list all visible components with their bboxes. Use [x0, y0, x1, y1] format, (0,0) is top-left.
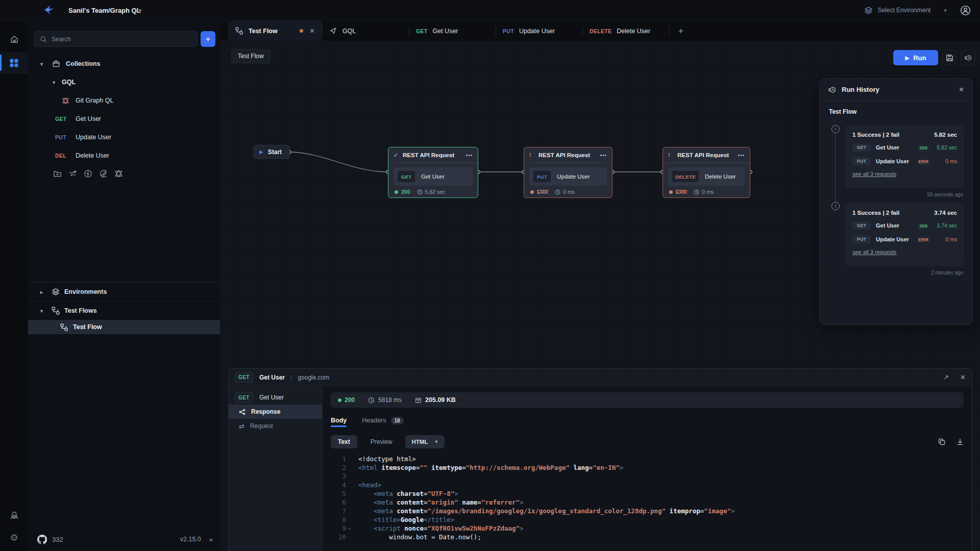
- expand-panel-icon[interactable]: ↗: [943, 373, 949, 381]
- environments-section[interactable]: ▸ Environments: [28, 283, 220, 301]
- node-menu-button[interactable]: •••: [465, 153, 473, 158]
- see-all-requests-link[interactable]: see all 3 requests: [852, 171, 896, 177]
- chevron-down-icon[interactable]: ▾: [53, 80, 58, 85]
- tab-body[interactable]: Body: [331, 417, 347, 424]
- github-link[interactable]: 332: [37, 535, 63, 544]
- copy-icon[interactable]: [938, 438, 945, 445]
- request-name: Get User: [421, 173, 445, 180]
- close-tab-icon[interactable]: ✕: [309, 27, 315, 35]
- run-history-button[interactable]: [961, 50, 975, 65]
- user-avatar[interactable]: [960, 5, 971, 16]
- close-icon[interactable]: ✕: [959, 86, 964, 93]
- play-icon: ▶: [905, 55, 910, 61]
- chevron-down-icon[interactable]: ▾: [40, 308, 45, 314]
- request-get-user[interactable]: GET Get User: [28, 110, 220, 128]
- chevron-down-icon[interactable]: ▾: [40, 61, 45, 67]
- collections-root[interactable]: ▾ Collections: [28, 55, 220, 73]
- websocket-icon[interactable]: [84, 169, 92, 178]
- search-input[interactable]: [52, 36, 192, 43]
- tab-gql[interactable]: GQL: [322, 21, 409, 41]
- tab-delete-user[interactable]: DELETE Delete User: [582, 21, 669, 41]
- response-time: 5818 ms: [378, 396, 402, 404]
- environment-caret-icon[interactable]: ▾: [944, 7, 947, 14]
- nav-response[interactable]: Response: [229, 405, 322, 419]
- status-dot: [669, 190, 673, 194]
- flow-canvas[interactable]: Test Flow ▶ Run ▶: [220, 41, 980, 551]
- play-icon: ▶: [259, 149, 263, 155]
- share-icon: [239, 409, 246, 415]
- error-exclamation-icon: !: [529, 152, 537, 158]
- duration: 0 ms: [702, 189, 714, 195]
- tab-headers[interactable]: Headers18: [362, 417, 403, 424]
- save-flow-button[interactable]: [942, 50, 957, 65]
- fold-caret-icon[interactable]: ▾: [348, 524, 351, 533]
- flow-name-chip: Test Flow: [231, 49, 271, 63]
- node-request-row[interactable]: PUT Update User: [529, 167, 607, 186]
- tab-get-user[interactable]: GET Get User: [409, 21, 496, 41]
- code-lines: 1<!doctype html>2<html itemscope="" item…: [331, 455, 964, 541]
- test-flow-item-selected[interactable]: Test Flow: [28, 320, 220, 334]
- see-all-requests-link[interactable]: see all 3 requests: [852, 249, 896, 255]
- status-code: ERR: [537, 189, 548, 195]
- select-environment[interactable]: Select Environment: [877, 7, 930, 14]
- team-members-button[interactable]: [0, 504, 28, 527]
- save-icon: [946, 54, 953, 62]
- test-flows-section[interactable]: ▾ Test Flows: [28, 302, 220, 320]
- run-history-panel: Run History ✕ Test Flow ! ! 1 Success | …: [819, 78, 973, 325]
- folder-gql[interactable]: ▾ GQL: [28, 73, 220, 91]
- start-node[interactable]: ▶ Start: [254, 145, 289, 159]
- folder-label: GQL: [62, 79, 76, 86]
- status-dot: [530, 190, 534, 194]
- download-icon[interactable]: [957, 438, 964, 445]
- clock-icon: [694, 189, 699, 195]
- tab-update-user[interactable]: PUT Update User: [496, 21, 582, 41]
- view-text-button[interactable]: Text: [331, 435, 357, 448]
- tab-method: DELETE: [590, 28, 611, 34]
- node-menu-button[interactable]: •••: [738, 153, 745, 158]
- chevron-right-icon[interactable]: ▸: [40, 289, 45, 295]
- node-menu-button[interactable]: •••: [600, 153, 607, 158]
- sync-requests-icon[interactable]: [68, 169, 77, 178]
- workspace-name[interactable]: Sanil's Team/Graph QL: [68, 7, 141, 14]
- request-update-user[interactable]: PUT Update User: [28, 128, 220, 146]
- run-entry-card[interactable]: 1 Success | 2 fail 3.74 sec GET Get User…: [845, 203, 964, 266]
- request-delete-user[interactable]: DEL Delete User: [28, 146, 220, 165]
- workspace-grid-button[interactable]: [0, 52, 28, 74]
- add-button[interactable]: +: [201, 31, 215, 47]
- view-preview-button[interactable]: Preview: [371, 438, 393, 445]
- workspace-caret-icon[interactable]: ▾: [139, 7, 142, 14]
- socketio-icon[interactable]: [99, 169, 108, 178]
- request-name: Update User: [876, 158, 909, 164]
- view-controls: Text Preview HTML ▼: [331, 435, 964, 448]
- box-icon: [52, 60, 60, 68]
- nav-request[interactable]: ⇄ Request: [229, 419, 322, 433]
- request-git-graph-ql[interactable]: Git Graph QL: [28, 91, 220, 110]
- close-panel-icon[interactable]: ✕: [960, 373, 966, 381]
- app-logo-icon[interactable]: [43, 4, 55, 16]
- run-button[interactable]: ▶ Run: [893, 50, 938, 65]
- response-main: 200 5818 ms 205.0: [323, 386, 972, 551]
- sidebar: + ▾ Collections ▾ GQL Git Graph QL: [28, 21, 220, 551]
- node-delete-user[interactable]: ! REST API Request ••• DELETE Delete Use…: [663, 147, 750, 198]
- request-name: Get User: [259, 394, 284, 401]
- home-button[interactable]: [0, 28, 28, 51]
- add-folder-icon[interactable]: [53, 169, 62, 178]
- flow-icon: [60, 323, 68, 331]
- format-select[interactable]: HTML ▼: [405, 435, 445, 448]
- graphql-icon: [55, 97, 76, 105]
- request-name: Delete User: [705, 173, 736, 180]
- node-update-user[interactable]: ! REST API Request ••• PUT Update User E…: [524, 147, 612, 198]
- run-request-row: GET Get User 200 3.74 sec: [852, 221, 957, 230]
- settings-gear-button[interactable]: ⚙: [0, 527, 28, 549]
- run-entry-card[interactable]: 1 Success | 2 fail 5.82 sec GET Get User…: [845, 125, 964, 188]
- node-request-row[interactable]: DELETE Delete User: [668, 167, 745, 186]
- status-code: 200: [345, 396, 355, 404]
- node-request-row[interactable]: GET Get User: [394, 167, 473, 186]
- new-tab-button[interactable]: +: [669, 21, 693, 41]
- tab-test-flow[interactable]: Test Flow ✕: [228, 21, 322, 41]
- collapse-sidebar-button[interactable]: «: [209, 536, 213, 543]
- status-badge: ERR: [916, 235, 930, 243]
- node-get-user[interactable]: ✓ REST API Request ••• GET Get User 200 …: [388, 147, 478, 198]
- graphql-create-icon[interactable]: [114, 169, 123, 178]
- request-label: Update User: [76, 134, 111, 141]
